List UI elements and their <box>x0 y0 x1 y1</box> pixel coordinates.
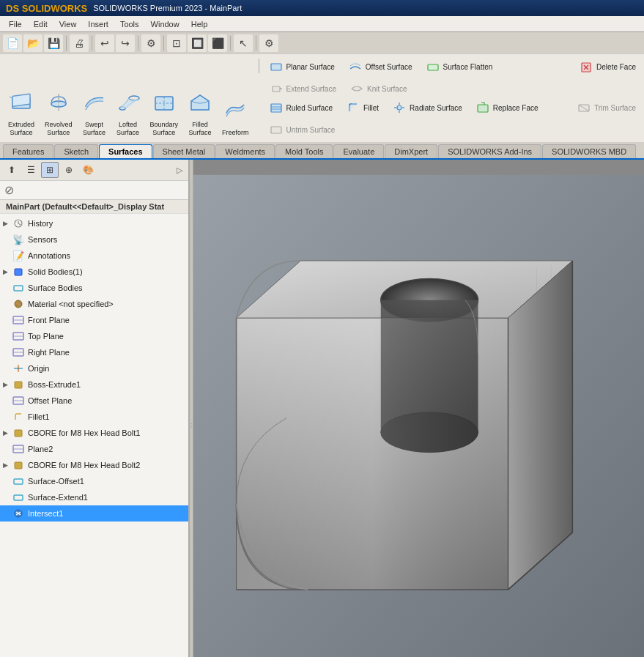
radiate-surface-label: Radiate Surface <box>410 104 462 112</box>
tab-solidworks-mbd[interactable]: SOLIDWORKS MBD <box>542 144 636 158</box>
tree-item-material[interactable]: Material <not specified> <box>0 296 188 312</box>
filled-surface-label: FilledSurface <box>189 121 212 137</box>
expand-panel-button[interactable]: ▷ <box>174 162 185 178</box>
surface-flatten-button[interactable]: Surface Flatten <box>421 57 498 76</box>
fillet-icon <box>346 100 360 115</box>
tree-item-surface-bodies[interactable]: Surface Bodies <box>0 280 188 296</box>
svg-rect-17 <box>271 104 281 112</box>
tab-surfaces[interactable]: Surfaces <box>99 144 152 158</box>
offset-surface-button[interactable]: Offset Surface <box>343 57 418 76</box>
tree-item-surface-extend1[interactable]: Surface-Extend1 <box>0 489 188 505</box>
tree-item-boss-extrude1[interactable]: ▶Boss-Extrude1 <box>0 376 188 393</box>
menu-tools[interactable]: Tools <box>114 18 145 30</box>
fillet-button[interactable]: Fillet <box>341 98 384 117</box>
delete-face-label: Delete Face <box>596 63 636 71</box>
view-orient-button[interactable]: 🔲 <box>188 34 207 52</box>
tree-icon-cbore-m8-2 <box>12 459 25 472</box>
tab-mold-tools[interactable]: Mold Tools <box>275 144 333 158</box>
tree-item-offset-plane[interactable]: Offset Plane <box>0 393 188 409</box>
planar-surface-button[interactable]: Planar Surface <box>264 57 340 76</box>
tree-item-surface-offset1[interactable]: Surface-Offset1 <box>0 473 188 489</box>
extruded-surface-button[interactable]: ExtrudedSurface <box>3 56 40 141</box>
knit-surface-button[interactable]: Knit Surface <box>344 79 412 98</box>
save-button[interactable]: 💾 <box>44 34 63 52</box>
menu-view[interactable]: View <box>53 18 83 30</box>
tab-weldments[interactable]: Weldments <box>215 144 275 158</box>
replace-face-button[interactable]: Replace Face <box>470 98 544 117</box>
tree-item-origin[interactable]: Origin <box>0 360 188 376</box>
tree-label-cbore-m8-2: CBORE for M8 Hex Head Bolt2 <box>28 461 185 469</box>
tree-item-front-plane[interactable]: Front Plane <box>0 312 188 328</box>
freeform-button[interactable]: Freeform <box>217 56 254 141</box>
redo-button[interactable]: ↪ <box>116 34 135 52</box>
tree-item-solid-bodies[interactable]: ▶Solid Bodies(1) <box>0 264 188 280</box>
display-states-button[interactable]: 🎨 <box>79 162 97 178</box>
tree-label-front-plane: Front Plane <box>28 316 185 324</box>
fillet-label: Fillet <box>363 104 379 112</box>
tab-features[interactable]: Features <box>3 144 53 158</box>
surface-tools-right: Planar Surface Offset Surface Surface Fl… <box>264 56 641 141</box>
svg-rect-25 <box>478 105 488 112</box>
tree-label-surface-extend1: Surface-Extend1 <box>28 493 185 502</box>
surfaces-separator <box>259 59 259 73</box>
zoom-fit-button[interactable]: ⊡ <box>167 34 186 52</box>
replace-face-icon <box>475 100 490 115</box>
viewport[interactable] <box>193 160 644 657</box>
swept-surface-button[interactable]: SweptSurface <box>78 56 111 141</box>
tree-item-sensors[interactable]: 📡Sensors <box>0 231 188 248</box>
trim-surface-label: Trim Surface <box>594 104 636 112</box>
expand-arrow-cbore-m8-1: ▶ <box>3 429 12 437</box>
menu-file[interactable]: File <box>3 18 28 30</box>
ruled-surface-icon <box>269 100 284 115</box>
tree-item-plane2[interactable]: Plane2 <box>0 441 188 457</box>
revolved-surface-button[interactable]: RevolvedSurface <box>40 56 78 141</box>
radiate-surface-button[interactable]: Radiate Surface <box>387 98 467 117</box>
filled-surface-button[interactable]: FilledSurface <box>183 56 217 141</box>
tab-evaluate[interactable]: Evaluate <box>333 144 384 158</box>
tree-item-fillet1[interactable]: Fillet1 <box>0 409 188 425</box>
logo: DS SOLIDWORKS <box>6 3 87 14</box>
menu-edit[interactable]: Edit <box>28 18 53 30</box>
tab-sheet-metal[interactable]: Sheet Metal <box>153 144 215 158</box>
menu-help[interactable]: Help <box>185 18 214 30</box>
tree-item-annotations[interactable]: 📝Annotations <box>0 248 188 264</box>
rebuild-button[interactable]: ⚙ <box>141 34 160 52</box>
tree-item-cbore-m8-1[interactable]: ▶CBORE for M8 Hex Head Bolt1 <box>0 425 188 441</box>
expand-arrow-solid-bodies: ▶ <box>3 268 12 275</box>
tree-icon-front-plane <box>12 313 25 327</box>
untrim-surface-button[interactable]: Untrim Surface <box>264 120 341 139</box>
tree-item-intersect1[interactable]: Intersect1 <box>0 505 188 521</box>
search-button[interactable]: ⊕ <box>60 162 78 178</box>
options-button[interactable]: ⚙ <box>259 34 278 52</box>
tree-label-cbore-m8-1: CBORE for M8 Hex Head Bolt1 <box>28 428 185 437</box>
tab-dimxpert[interactable]: DimXpert <box>385 144 437 158</box>
tree-item-history[interactable]: ▶History <box>0 215 188 231</box>
separator-2 <box>92 36 92 51</box>
filter-icon[interactable]: ⊘ <box>4 184 14 196</box>
tree-item-top-plane[interactable]: Top Plane <box>0 328 188 344</box>
boundary-surface-button[interactable]: BoundarySurface <box>145 56 184 141</box>
trim-surface-button[interactable]: Trim Surface <box>571 98 641 117</box>
tree-view-button[interactable]: ⊞ <box>41 162 59 178</box>
extend-surface-button[interactable]: Extend Surface <box>264 79 341 98</box>
tree-icon-offset-plane <box>12 394 25 407</box>
list-view-button[interactable]: ☰ <box>22 162 40 178</box>
select-button[interactable]: ↖ <box>234 34 253 52</box>
pin-button[interactable]: ⬆ <box>3 162 21 178</box>
tab-sketch[interactable]: Sketch <box>54 144 98 158</box>
lofted-surface-button[interactable]: LoftedSurface <box>111 56 145 141</box>
new-button[interactable]: 📄 <box>3 34 22 52</box>
tree-item-right-plane[interactable]: Right Plane <box>0 344 188 360</box>
menu-window[interactable]: Window <box>145 18 185 30</box>
display-style-button[interactable]: ⬛ <box>208 34 227 52</box>
undo-button[interactable]: ↩ <box>95 34 114 52</box>
print-button[interactable]: 🖨 <box>70 34 89 52</box>
menu-insert[interactable]: Insert <box>82 18 114 30</box>
tree-label-right-plane: Right Plane <box>28 348 185 357</box>
delete-face-button[interactable]: Delete Face <box>574 57 641 76</box>
open-button[interactable]: 📂 <box>23 34 42 52</box>
tree-item-cbore-m8-2[interactable]: ▶CBORE for M8 Hex Head Bolt2 <box>0 457 188 473</box>
tab-solidworks-addins[interactable]: SOLIDWORKS Add-Ins <box>438 144 541 158</box>
extend-surface-label: Extend Surface <box>286 85 336 93</box>
ruled-surface-button[interactable]: Ruled Surface <box>264 98 338 117</box>
